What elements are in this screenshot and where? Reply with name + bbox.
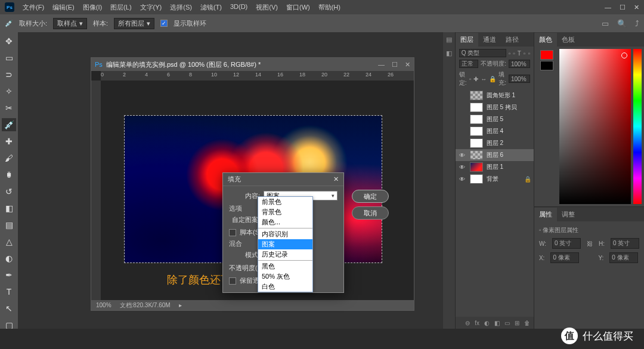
dropdown-option[interactable]: 白色 [258,282,312,292]
tab-channels[interactable]: 通道 [478,33,501,47]
document-title-bar[interactable]: Ps 编辑菜单的填充实例.psd @ 100% (图层 6, RGB/8#) *… [91,58,414,71]
marquee-tool-icon[interactable]: ▭ [2,51,16,64]
layer-row[interactable]: 👁背景🔒 [456,173,534,185]
layer-row[interactable]: 圆角矩形 1 [456,89,534,101]
fg-swatch[interactable] [540,50,553,60]
close-icon[interactable]: ✕ [634,4,639,11]
layer-row[interactable]: 图层 2 [456,137,534,149]
lock-icon[interactable]: ✚ [473,76,478,82]
lock-icon[interactable]: 🔒 [489,76,496,82]
tab-paths[interactable]: 路径 [501,33,524,47]
workspace-icon[interactable]: ▭ [602,19,609,28]
dropdown-option[interactable]: 颜色... [258,217,312,227]
tab-color[interactable]: 颜色 [534,33,557,47]
layer-footer-icon[interactable]: fx [475,320,479,326]
prop-w-input[interactable]: 0 英寸 [552,238,581,249]
panel-icon[interactable]: ◧ [446,50,452,57]
tab-layers[interactable]: 图层 [456,33,478,47]
lock-icon[interactable]: ↔ [481,76,487,82]
menu-select[interactable]: 选择(S) [166,3,196,12]
tab-swatches[interactable]: 色板 [557,33,580,47]
show-ring-checkbox[interactable]: ✓ [160,20,168,27]
filter-icon[interactable]: ▫ [524,50,526,57]
menu-layer[interactable]: 图层(L) [107,3,135,12]
menu-image[interactable]: 图像(I) [79,3,106,12]
gradient-tool-icon[interactable]: ▤ [2,218,16,231]
cancel-button[interactable]: 取消 [352,206,389,220]
menu-help[interactable]: 帮助(H) [315,3,344,12]
zoom-level[interactable]: 100% [96,302,112,308]
menu-file[interactable]: 文件(F) [19,3,48,12]
menu-type[interactable]: 文字(Y) [137,3,166,12]
dropdown-option[interactable]: 背景色 [258,207,312,217]
search-icon[interactable]: 🔍 [617,19,627,28]
color-picker[interactable] [534,47,644,206]
doc-close-icon[interactable]: ✕ [405,61,410,69]
minimize-icon[interactable]: — [605,4,611,11]
layer-footer-icon[interactable]: ⊖ [465,320,470,326]
type-tool-icon[interactable]: T [2,285,16,298]
layer-opacity-value[interactable]: 100% [509,60,530,68]
layer-footer-icon[interactable]: ▭ [504,320,510,326]
visibility-icon[interactable]: 👁 [458,152,466,159]
stamp-tool-icon[interactable]: ⧯ [2,168,16,181]
share-icon[interactable]: ⤴ [635,19,639,28]
doc-info-caret-icon[interactable]: ▸ [179,302,182,308]
tab-adjustments[interactable]: 调整 [557,208,580,221]
dropdown-option[interactable]: 图案 [258,239,312,249]
dropdown-option[interactable]: 前景色 [258,197,312,207]
dialog-title-bar[interactable]: 填充 ✕ [223,173,343,186]
lasso-tool-icon[interactable]: ⊃ [2,68,16,81]
move-tool-icon[interactable]: ✥ [2,35,16,48]
menu-window[interactable]: 窗口(W) [283,3,314,12]
layer-footer-icon[interactable]: ◐ [484,320,490,326]
ok-button[interactable]: 确定 [352,190,389,203]
doc-maximize-icon[interactable]: ☐ [392,61,398,69]
bg-swatch[interactable] [540,61,553,70]
layer-footer-icon[interactable]: ⊞ [515,320,519,326]
tab-properties[interactable]: 属性 [534,208,557,221]
filter-icon[interactable]: ▫ [528,50,530,57]
menu-3d[interactable]: 3D(D) [227,3,251,12]
layer-footer-icon[interactable]: 🗑 [524,320,530,326]
content-dropdown[interactable]: 前景色背景色颜色...内容识别图案历史记录黑色50% 灰色白色 [258,196,313,292]
wand-tool-icon[interactable]: ✧ [2,85,16,98]
filter-icon[interactable]: T [518,50,521,57]
prop-x-input[interactable]: 0 像素 [550,252,579,263]
eyedropper-tool-icon[interactable]: 💉 [2,118,16,131]
blend-mode-select[interactable]: 正常 [459,60,478,68]
menu-filter[interactable]: 滤镜(T) [197,3,225,12]
saturation-value-field[interactable] [559,49,631,204]
sample-layers-select[interactable]: 所有图层 ▾ [114,18,154,29]
sample-size-select[interactable]: 取样点 ▾ [53,18,87,29]
layer-row[interactable]: 图层 5 拷贝 [456,101,534,113]
visibility-icon[interactable]: 👁 [458,164,466,171]
dropdown-option[interactable]: 黑色 [258,261,312,271]
link-icon[interactable]: ⛓ [587,240,593,247]
heal-tool-icon[interactable]: ✚ [2,135,16,148]
eraser-tool-icon[interactable]: ◧ [2,202,16,215]
history-brush-icon[interactable]: ↺ [2,185,16,198]
filter-icon[interactable]: ▫ [509,50,511,57]
brush-tool-icon[interactable]: 🖌 [2,152,16,165]
layer-kind-filter[interactable]: Q 类型 [459,49,506,57]
menu-view[interactable]: 视图(V) [252,3,281,12]
pen-tool-icon[interactable]: ✒ [2,268,16,282]
layer-row[interactable]: 图层 5 [456,113,534,125]
prop-h-input[interactable]: 0 英寸 [611,238,639,249]
script-checkbox[interactable] [229,229,236,236]
menu-edit[interactable]: 编辑(E) [49,3,78,12]
preserve-trans-checkbox[interactable] [229,277,236,285]
dropdown-option[interactable]: 内容识别 [258,229,312,239]
dropdown-option[interactable]: 50% 灰色 [258,271,312,282]
dodge-tool-icon[interactable]: ◐ [2,252,16,265]
layer-footer-icon[interactable]: ◧ [494,320,500,326]
layer-row[interactable]: 👁图层 6 [456,149,534,161]
panel-icon[interactable]: ▤ [446,36,452,44]
prop-y-input[interactable]: 0 像素 [609,252,638,263]
layer-row[interactable]: 图层 4 [456,125,534,137]
crop-tool-icon[interactable]: ✂ [2,101,16,115]
lock-icon[interactable]: ▫ [469,76,472,82]
path-tool-icon[interactable]: ↖ [2,302,16,315]
layer-row[interactable]: 👁图层 1 [456,161,534,173]
